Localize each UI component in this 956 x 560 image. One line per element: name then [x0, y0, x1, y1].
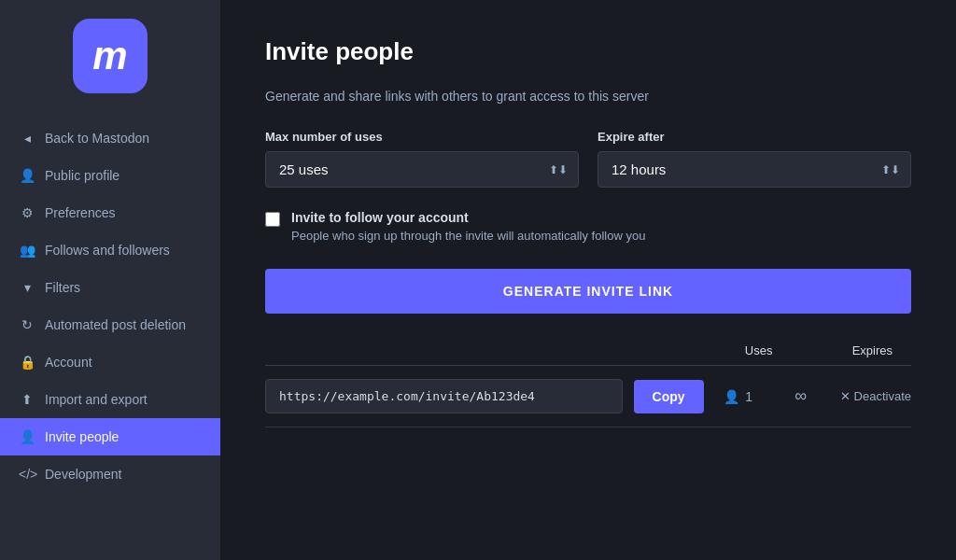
sidebar-item-label: Preferences	[45, 205, 115, 220]
clock-icon: ↻	[19, 317, 35, 332]
main-content: Invite people Generate and share links w…	[220, 0, 956, 560]
checkbox-hint: People who sign up through the invite wi…	[291, 229, 645, 243]
max-uses-group: Max number of uses No limit 1 use 5 uses…	[265, 130, 579, 188]
sidebar-item-label: Filters	[45, 280, 80, 295]
expire-select-wrapper: Never 30 minutes 1 hour 6 hours 12 hours…	[598, 151, 911, 188]
sidebar-item-public-profile[interactable]: 👤 Public profile	[0, 157, 220, 194]
lock-icon: 🔒	[19, 355, 35, 370]
import-icon: ⬆	[19, 392, 35, 407]
expire-group: Expire after Never 30 minutes 1 hour 6 h…	[598, 130, 911, 188]
page-title: Invite people	[265, 37, 911, 66]
gear-icon: ⚙	[19, 205, 35, 220]
max-uses-select[interactable]: No limit 1 use 5 uses 10 uses 25 uses 50…	[265, 151, 579, 188]
table-row: https://example.com/invite/Ab123de4 Copy…	[265, 366, 911, 427]
col-uses-label: Uses	[740, 343, 778, 357]
sidebar-item-account[interactable]: 🔒 Account	[0, 343, 220, 381]
sidebar-item-follows[interactable]: 👥 Follows and followers	[0, 231, 220, 269]
code-icon: </>	[19, 467, 35, 482]
invite-icon: 👤	[19, 429, 35, 444]
follow-checkbox[interactable]	[265, 212, 280, 227]
expire-select[interactable]: Never 30 minutes 1 hour 6 hours 12 hours…	[598, 151, 911, 188]
sidebar-item-label: Back to Mastodon	[45, 131, 149, 146]
max-uses-label: Max number of uses	[265, 130, 579, 144]
checkbox-row: Invite to follow your account People who…	[265, 210, 911, 243]
sidebar-item-development[interactable]: </> Development	[0, 455, 220, 493]
sidebar-item-invite-people[interactable]: 👤 Invite people	[0, 418, 220, 455]
back-icon: ◂	[19, 131, 35, 146]
expire-label: Expire after	[598, 130, 911, 144]
sidebar-item-label: Development	[45, 467, 122, 482]
form-row: Max number of uses No limit 1 use 5 uses…	[265, 130, 911, 188]
sidebar-nav: ◂ Back to Mastodon 👤 Public profile ⚙ Pr…	[0, 119, 220, 493]
uses-cell: 👤 1	[715, 389, 762, 404]
col-expires-label: Expires	[852, 343, 893, 357]
invite-url: https://example.com/invite/Ab123de4	[265, 379, 623, 413]
sidebar-item-automated-post[interactable]: ↻ Automated post deletion	[0, 306, 220, 343]
x-icon: ✕	[840, 389, 851, 403]
sidebar-item-preferences[interactable]: ⚙ Preferences	[0, 194, 220, 231]
max-uses-select-wrapper: No limit 1 use 5 uses 10 uses 25 uses 50…	[265, 151, 579, 188]
deactivate-button[interactable]: ✕ Deactivate	[840, 389, 911, 403]
table-header: Uses Expires	[265, 343, 911, 366]
sidebar-item-label: Account	[45, 355, 92, 370]
sidebar-item-label: Public profile	[45, 168, 120, 183]
uses-count: 1	[745, 389, 752, 404]
generate-invite-button[interactable]: GENERATE INVITE LINK	[265, 269, 911, 314]
expires-cell: ∞	[773, 386, 829, 406]
followers-icon: 👥	[19, 243, 35, 258]
sidebar-item-label: Invite people	[45, 429, 119, 444]
sidebar: m ◂ Back to Mastodon 👤 Public profile ⚙ …	[0, 0, 220, 560]
table-header-cols: Uses Expires	[740, 343, 893, 357]
checkbox-label: Invite to follow your account	[291, 210, 645, 225]
checkbox-text-group: Invite to follow your account People who…	[291, 210, 645, 243]
user-icon: 👤	[19, 168, 35, 183]
sidebar-item-filters[interactable]: ▾ Filters	[0, 269, 220, 306]
logo-letter: m	[92, 36, 127, 76]
sidebar-item-label: Follows and followers	[45, 243, 170, 258]
copy-button[interactable]: Copy	[634, 380, 704, 413]
person-icon: 👤	[724, 389, 739, 404]
logo: m	[73, 19, 148, 93]
deactivate-label: Deactivate	[854, 389, 911, 403]
sidebar-item-label: Automated post deletion	[45, 317, 186, 332]
filter-icon: ▾	[19, 280, 35, 295]
page-subtitle: Generate and share links with others to …	[265, 89, 911, 104]
sidebar-item-back[interactable]: ◂ Back to Mastodon	[0, 119, 220, 157]
sidebar-item-import-export[interactable]: ⬆ Import and export	[0, 381, 220, 418]
sidebar-item-label: Import and export	[45, 392, 148, 407]
